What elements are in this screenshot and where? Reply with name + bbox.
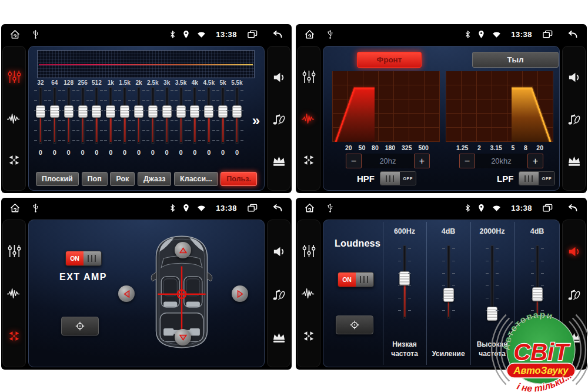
waveform-icon[interactable] (6, 287, 22, 300)
speaker-icon[interactable] (272, 70, 286, 85)
balance-right-button[interactable] (232, 285, 248, 302)
fader-front-button[interactable] (175, 242, 191, 258)
fader-rear-button[interactable] (175, 329, 191, 346)
music-note-speaker-icon[interactable] (566, 288, 582, 302)
speaker-icon[interactable] (567, 244, 582, 259)
eq-band-slider[interactable] (89, 88, 103, 147)
eq-band-slider[interactable] (188, 88, 202, 147)
slider-thumb[interactable] (64, 105, 74, 118)
home-icon[interactable] (9, 202, 21, 214)
speaker-icon[interactable] (272, 244, 286, 259)
waveform-icon[interactable] (301, 287, 317, 300)
loudness-slider[interactable] (530, 246, 545, 321)
eq-band-slider[interactable] (202, 88, 216, 147)
loudness-slider[interactable] (441, 246, 456, 321)
music-note-speaker-icon[interactable] (271, 288, 286, 302)
eq-preset-button[interactable]: Класси... (174, 172, 218, 186)
eq-band-value: 0 (235, 149, 239, 156)
eq-band-slider[interactable] (34, 88, 48, 147)
hpf-minus-button[interactable]: − (346, 154, 362, 168)
eq-band-slider[interactable] (174, 88, 188, 147)
music-note-speaker-icon[interactable] (566, 112, 582, 127)
crown-icon[interactable] (567, 154, 582, 167)
slider-thumb[interactable] (176, 105, 186, 118)
eq-preset-button[interactable]: Джазз (138, 172, 171, 186)
slider-thumb[interactable] (190, 105, 199, 118)
slider-thumb[interactable] (399, 271, 410, 285)
equalizer-icon[interactable] (302, 244, 316, 258)
tab-front[interactable]: Фронт (357, 52, 422, 68)
recents-icon[interactable] (542, 203, 553, 213)
eq-band-slider[interactable] (76, 88, 90, 147)
slider-thumb[interactable] (106, 105, 115, 118)
speaker-icon[interactable] (567, 70, 582, 85)
eq-preset-button[interactable]: Рок (110, 172, 135, 186)
slider-thumb[interactable] (92, 105, 101, 118)
more-bands-button[interactable]: » (252, 112, 260, 129)
eq-preset-button[interactable]: Польз. (220, 172, 257, 186)
loudness-slider[interactable] (485, 246, 500, 321)
slider-thumb[interactable] (532, 287, 543, 301)
music-note-speaker-icon[interactable] (271, 112, 286, 127)
home-icon[interactable] (304, 202, 315, 214)
lpf-toggle[interactable]: OFF (519, 171, 555, 185)
eq-preset-button[interactable]: Поп (82, 172, 108, 186)
eq-band-slider[interactable] (118, 88, 132, 147)
balance-fader-icon[interactable] (7, 153, 21, 167)
balance-left-button[interactable] (118, 285, 135, 302)
slider-thumb[interactable] (218, 105, 228, 118)
slider-thumb[interactable] (148, 105, 158, 118)
recents-icon[interactable] (247, 29, 258, 39)
recents-icon[interactable] (542, 29, 553, 39)
hpf-plus-button[interactable]: + (414, 154, 430, 168)
slider-thumb[interactable] (204, 105, 213, 118)
hpf-toggle[interactable]: OFF (380, 171, 416, 185)
eq-band-slider[interactable] (62, 88, 76, 147)
slider-thumb[interactable] (50, 105, 59, 118)
eq-band-slider[interactable] (132, 88, 146, 147)
eq-band-slider[interactable] (216, 88, 230, 147)
loudness-center-button[interactable] (336, 315, 373, 334)
slider-thumb[interactable] (36, 105, 45, 118)
tab-rear[interactable]: Тыл (472, 52, 559, 68)
balance-fader-icon[interactable] (302, 153, 316, 167)
equalizer-icon[interactable] (7, 244, 22, 258)
back-icon[interactable] (272, 30, 283, 39)
balance-fader-icon[interactable] (302, 329, 316, 343)
slider-thumb[interactable] (487, 307, 497, 321)
back-icon[interactable] (567, 30, 579, 39)
home-icon[interactable] (304, 29, 315, 40)
balance-fader-icon[interactable] (7, 329, 21, 343)
eq-band-freq: 1.5k (119, 79, 130, 87)
crown-icon[interactable] (272, 154, 286, 167)
slider-thumb[interactable] (443, 288, 454, 302)
waveform-icon[interactable] (6, 112, 22, 125)
crown-icon[interactable] (567, 331, 582, 343)
slider-thumb[interactable] (134, 105, 143, 118)
eq-band-slider[interactable] (146, 88, 160, 147)
slider-thumb[interactable] (232, 105, 242, 118)
equalizer-icon[interactable] (7, 69, 22, 84)
location-icon (478, 30, 485, 39)
balance-center-button[interactable] (61, 317, 99, 335)
crown-icon[interactable] (272, 331, 286, 343)
back-icon[interactable] (567, 204, 579, 212)
loudness-toggle[interactable]: ON (338, 272, 374, 287)
eq-band-slider[interactable] (48, 88, 62, 147)
equalizer-icon[interactable] (302, 69, 316, 84)
ext-amp-toggle[interactable]: ON (65, 251, 102, 266)
lpf-plus-button[interactable]: + (527, 154, 543, 168)
eq-band-slider[interactable] (230, 88, 244, 147)
eq-preset-button[interactable]: Плоский (36, 172, 79, 186)
waveform-icon[interactable] (301, 112, 317, 125)
recents-icon[interactable] (247, 203, 258, 213)
slider-thumb[interactable] (78, 105, 88, 118)
slider-thumb[interactable] (162, 105, 172, 118)
home-icon[interactable] (9, 29, 21, 40)
eq-band-slider[interactable] (103, 88, 118, 147)
back-icon[interactable] (272, 204, 283, 212)
lpf-minus-button[interactable]: − (459, 154, 475, 168)
loudness-slider[interactable] (397, 246, 412, 321)
eq-band-slider[interactable] (160, 88, 174, 147)
slider-thumb[interactable] (120, 105, 129, 118)
